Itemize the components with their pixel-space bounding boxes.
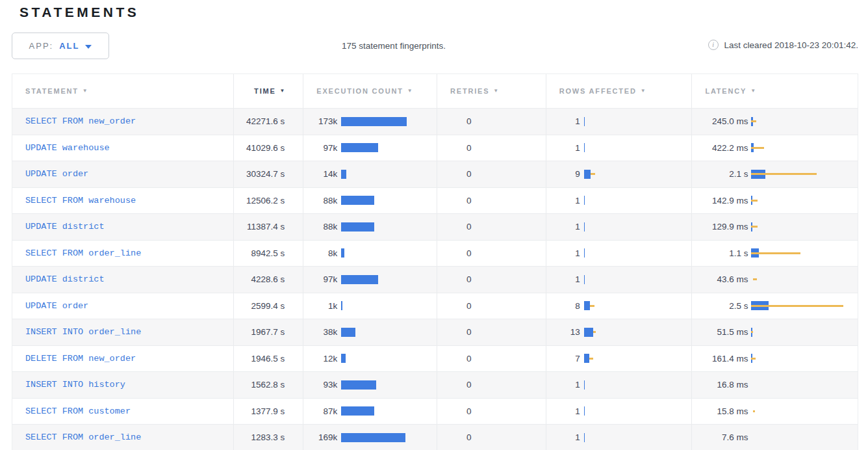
rows-affected-value: 1 [556,196,580,205]
table-row: SELECT FROM warehouse 12506.2 s 88k 0 1 … [12,187,858,214]
column-header-retries[interactable]: RETRIES▼ [437,74,546,108]
execution-count-bar [341,170,346,179]
last-cleared: i Last cleared 2018-10-23 20:01:42. [708,40,858,50]
column-header-statement[interactable]: STATEMENT▼ [12,74,234,108]
time-cell: 11387.4 s [234,214,303,240]
page-title: STATEMENTS [19,5,139,20]
retries-cell: 0 [437,372,546,398]
time-cell: 1946.5 s [234,346,303,372]
column-header-rows-affected[interactable]: ROWS AFFECTED▼ [546,74,693,108]
statement-link[interactable]: SELECT FROM warehouse [25,196,136,205]
statement-cell: SELECT FROM warehouse [12,188,234,214]
latency-cell: 129.9 ms [692,214,858,240]
statement-link[interactable]: UPDATE district [25,274,105,284]
time-cell: 1562.8 s [234,372,303,398]
latency-stddev-bar [751,358,756,360]
latency-value: 16.8 ms [702,380,748,390]
execution-count-value: 97k [310,143,337,153]
statement-link[interactable]: SELECT FROM customer [25,406,131,416]
statement-link[interactable]: INSERT INTO order_line [25,327,141,337]
time-value: 11387.4 s [247,222,285,232]
rows-affected-bar [584,301,590,310]
statement-cell: DELETE FROM new_order [12,346,234,372]
execution-count-value: 87k [310,406,337,416]
statement-link[interactable]: DELETE FROM new_order [25,354,136,364]
latency-value: 161.4 ms [702,354,748,364]
execution-count-bar [341,222,374,232]
time-value: 1377.9 s [251,406,285,416]
execution-count-bar [341,328,355,337]
time-cell: 42271.6 s [234,109,303,135]
time-cell: 41029.6 s [234,135,303,161]
table-row: UPDATE warehouse 41029.6 s 97k 0 1 422.2… [12,135,858,161]
sort-arrow-icon: ▼ [493,88,500,94]
statement-cell: SELECT FROM customer [12,399,234,425]
rows-affected-bar [584,328,593,337]
time-cell: 30324.7 s [234,161,303,187]
time-value: 1283.3 s [251,432,285,442]
statement-link[interactable]: UPDATE order [25,301,88,311]
sort-arrow-icon: ▼ [83,88,89,94]
rows-affected-cell: 9 [546,161,693,187]
execution-count-value: 1k [310,301,337,311]
rows-affected-stddev-bar [590,305,594,307]
statement-link[interactable]: SELECT FROM order_line [25,248,141,258]
rows-affected-bar [584,248,585,258]
statement-link[interactable]: UPDATE warehouse [25,143,110,153]
statement-link[interactable]: SELECT FROM order_line [25,432,141,442]
execution-count-value: 93k [310,380,337,390]
rows-affected-value: 1 [556,432,580,442]
column-header-execution-count[interactable]: EXECUTION COUNT▼ [303,74,437,108]
statement-link[interactable]: INSERT INTO history [25,380,125,390]
time-value: 4228.6 s [251,274,285,284]
rows-affected-cell: 1 [546,188,693,214]
sort-arrow-icon: ▼ [641,88,647,94]
rows-affected-cell: 1 [546,109,693,135]
statements-page: STATEMENTS APP: ALL 175 statement finger… [0,0,868,450]
execution-count-cell: 1k [303,293,437,319]
time-value: 30324.7 s [246,169,285,179]
statement-link[interactable]: UPDATE order [25,169,88,179]
column-header-label: RETRIES [450,87,489,95]
latency-cell: 161.4 ms [692,346,858,372]
table-row: INSERT INTO history 1562.8 s 93k 0 1 16.… [12,371,858,398]
retries-value: 0 [466,116,472,126]
execution-count-value: 169k [310,432,337,442]
time-cell: 1377.9 s [234,399,303,425]
sort-arrow-icon: ▼ [750,88,757,94]
latency-value: 245.0 ms [702,116,748,126]
rows-affected-bar [584,143,585,152]
table-row: DELETE FROM new_order 1946.5 s 12k 0 7 1… [12,345,858,372]
column-header-latency[interactable]: LATENCY▼ [692,74,858,108]
rows-affected-value: 1 [556,406,580,416]
column-header-label: ROWS AFFECTED [559,87,637,95]
execution-count-bar [341,433,405,442]
execution-count-bar [341,143,378,152]
rows-affected-stddev-bar [593,331,596,333]
retries-value: 0 [466,169,472,179]
retries-cell: 0 [437,399,546,425]
retries-value: 0 [466,380,472,390]
execution-count-cell: 173k [303,109,437,135]
execution-count-value: 14k [310,169,337,179]
column-header-time[interactable]: TIME▼ [234,74,303,108]
statement-cell: SELECT FROM order_line [12,241,234,267]
statement-link[interactable]: SELECT FROM new_order [25,116,136,126]
table-row: UPDATE order 30324.7 s 14k 0 9 2.1 s [12,161,858,187]
info-circle-icon[interactable]: i [708,40,719,50]
latency-cell: 15.8 ms [692,399,858,425]
latency-stddev-bar [751,226,758,228]
time-value: 1562.8 s [251,380,285,390]
latency-cell: 2.1 s [692,161,858,187]
rows-affected-cell: 8 [546,293,693,319]
execution-count-cell: 88k [303,214,437,240]
statement-link[interactable]: UPDATE district [25,222,105,232]
time-cell: 1967.7 s [234,319,303,345]
execution-count-bar [341,275,378,284]
rows-affected-cell: 1 [546,372,693,398]
last-cleared-text: Last cleared 2018-10-23 20:01:42. [724,40,858,50]
retries-value: 0 [466,301,472,311]
retries-value: 0 [466,274,472,284]
latency-value: 7.6 ms [702,432,748,442]
table-row: SELECT FROM new_order 42271.6 s 173k 0 1… [12,108,858,135]
